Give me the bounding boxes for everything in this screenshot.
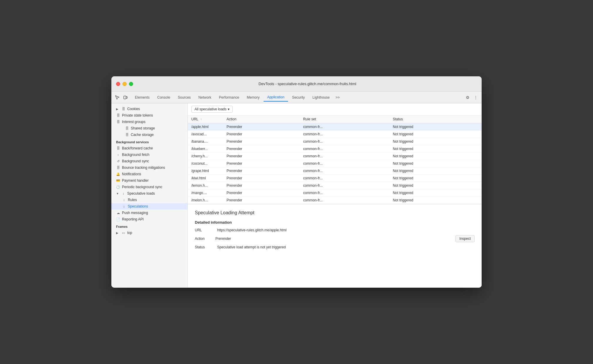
table-cell-action-10: Prerender bbox=[223, 197, 299, 204]
sidebar-item-label-interest-groups: Interest groups bbox=[122, 120, 145, 124]
table-cell-url-6: /grape.html bbox=[188, 167, 223, 175]
tab-network[interactable]: Network bbox=[195, 94, 215, 101]
table-cell-status-4: Not triggered bbox=[389, 153, 482, 160]
col-header-ruleset: Rule set bbox=[299, 115, 389, 123]
col-header-status: Status bbox=[389, 115, 482, 123]
detail-action-row: Action Prerender Inspect bbox=[195, 235, 475, 242]
settings-icon[interactable] bbox=[464, 94, 471, 101]
sidebar-item-speculative-loads[interactable]: ▼ ↕ Speculative loads bbox=[111, 190, 187, 197]
table-cell-url-0: /apple.html bbox=[188, 123, 223, 131]
devtools-body: ▶ 🗄 Cookies 🗄 Private state tokens 🗄 Int… bbox=[111, 103, 482, 288]
tab-performance[interactable]: Performance bbox=[215, 94, 243, 101]
table-row[interactable]: /kiwi.htmlPrerendercommon-fr...Not trigg… bbox=[188, 175, 482, 182]
table-row[interactable]: /apple.htmlPrerendercommon-fr...Not trig… bbox=[188, 123, 482, 131]
table-cell-url-7: /kiwi.html bbox=[188, 175, 223, 182]
traffic-lights bbox=[116, 82, 133, 86]
interest-groups-db-icon: 🗄 bbox=[116, 120, 120, 124]
sidebar-item-label-payment-handler: Payment handler bbox=[122, 178, 149, 183]
push-messaging-icon: ☁ bbox=[116, 211, 120, 215]
sidebar-item-notifications[interactable]: 🔔 Notifications bbox=[111, 171, 187, 177]
svg-rect-1 bbox=[126, 97, 127, 98]
tab-elements[interactable]: Elements bbox=[131, 94, 153, 101]
speculative-loads-table-container: URL ↑ Action Rule set Status bbox=[188, 115, 482, 204]
table-body: /apple.htmlPrerendercommon-fr...Not trig… bbox=[188, 123, 482, 204]
periodic-bg-sync-icon: 🕐 bbox=[116, 185, 120, 189]
detail-status-row: Status Speculative load attempt is not y… bbox=[195, 245, 475, 249]
table-cell-ruleset-7: common-fr... bbox=[299, 175, 389, 182]
devtools-window: DevTools - speculative-rules.glitch.me/c… bbox=[111, 76, 482, 288]
table-row[interactable]: /cherry.h...Prerendercommon-fr...Not tri… bbox=[188, 153, 482, 160]
sidebar-item-top-frame[interactable]: ▶ ▭ top bbox=[111, 230, 187, 236]
table-row[interactable]: /lemon.h...Prerendercommon-fr...Not trig… bbox=[188, 182, 482, 189]
speculative-loads-icon: ↕ bbox=[121, 191, 125, 196]
sidebar-item-back-forward-cache[interactable]: 🗄 Back/forward cache bbox=[111, 145, 187, 151]
filter-dropdown-label: All speculative loads bbox=[195, 107, 227, 111]
sidebar-item-cookies[interactable]: ▶ 🗄 Cookies bbox=[111, 106, 187, 112]
table-cell-ruleset-9: common-fr... bbox=[299, 189, 389, 197]
sidebar-item-rules[interactable]: ↕ Rules bbox=[111, 197, 187, 203]
tab-lighthouse[interactable]: Lighthouse bbox=[309, 94, 333, 101]
sidebar-item-reporting-api[interactable]: 📄 Reporting API bbox=[111, 216, 187, 223]
table-row[interactable]: /banana....Prerendercommon-fr...Not trig… bbox=[188, 138, 482, 145]
inspect-button[interactable]: Inspect bbox=[455, 235, 475, 242]
sidebar-item-label-private-state: Private state tokens bbox=[122, 113, 153, 117]
cache-storage-db-icon: 🗄 bbox=[125, 133, 129, 137]
table-cell-url-2: /banana.... bbox=[188, 138, 223, 145]
cookies-arrow-icon: ▶ bbox=[116, 107, 120, 111]
sidebar-item-label-background-fetch: Background fetch bbox=[122, 153, 149, 157]
sidebar-item-bounce-tracking[interactable]: 🗄 Bounce tracking mitigations bbox=[111, 164, 187, 171]
table-cell-status-8: Not triggered bbox=[389, 182, 482, 189]
table-cell-action-5: Prerender bbox=[223, 160, 299, 167]
table-cell-action-8: Prerender bbox=[223, 182, 299, 189]
table-cell-status-9: Not triggered bbox=[389, 189, 482, 197]
tab-list: Elements Console Sources Network Perform… bbox=[131, 93, 464, 102]
detail-section-title: Detailed information bbox=[195, 220, 475, 225]
sidebar-item-cache-storage[interactable]: ▶ 🗄 Cache storage bbox=[111, 132, 187, 138]
table-row[interactable]: /grape.htmlPrerendercommon-fr...Not trig… bbox=[188, 167, 482, 175]
devtools-tab-bar: Elements Console Sources Network Perform… bbox=[111, 92, 482, 103]
tab-console[interactable]: Console bbox=[154, 94, 174, 101]
sidebar-item-label-periodic-background-sync: Periodic background sync bbox=[122, 185, 162, 189]
sidebar-item-label-background-sync: Background sync bbox=[122, 159, 149, 163]
table-header-row: URL ↑ Action Rule set Status bbox=[188, 115, 482, 123]
speculative-loads-filter-dropdown[interactable]: All speculative loads ▾ bbox=[191, 106, 233, 113]
table-row[interactable]: /melon.h...Prerendercommon-fr...Not trig… bbox=[188, 197, 482, 204]
minimize-button[interactable] bbox=[123, 82, 127, 86]
device-toolbar-icon[interactable] bbox=[122, 94, 129, 101]
sidebar-item-label-rules: Rules bbox=[128, 198, 137, 202]
table-cell-status-1: Not triggered bbox=[389, 131, 482, 138]
table-row[interactable]: /avocad...Prerendercommon-fr...Not trigg… bbox=[188, 131, 482, 138]
tab-application[interactable]: Application bbox=[264, 93, 288, 102]
more-options-icon[interactable] bbox=[472, 94, 479, 101]
table-cell-action-6: Prerender bbox=[223, 167, 299, 175]
sidebar-item-push-messaging[interactable]: ☁ Push messaging bbox=[111, 210, 187, 216]
inspect-element-icon[interactable] bbox=[114, 94, 121, 101]
table-cell-url-1: /avocad... bbox=[188, 131, 223, 138]
tab-security[interactable]: Security bbox=[289, 94, 308, 101]
tab-sources[interactable]: Sources bbox=[174, 94, 194, 101]
sidebar-item-label-speculative-loads: Speculative loads bbox=[127, 191, 155, 196]
background-sync-icon: ↺ bbox=[116, 159, 120, 163]
sidebar-item-background-fetch[interactable]: ↕ Background fetch bbox=[111, 151, 187, 158]
table-row[interactable]: /blueberr...Prerendercommon-fr...Not tri… bbox=[188, 145, 482, 153]
sidebar-item-periodic-background-sync[interactable]: 🕐 Periodic background sync bbox=[111, 184, 187, 190]
sidebar-item-payment-handler[interactable]: 💳 Payment handler bbox=[111, 177, 187, 184]
speculative-loads-table: URL ↑ Action Rule set Status bbox=[188, 115, 482, 204]
more-tabs-button[interactable]: >> bbox=[334, 94, 341, 101]
table-cell-ruleset-8: common-fr... bbox=[299, 182, 389, 189]
sidebar-item-speculations[interactable]: ↕ Speculations bbox=[111, 203, 187, 210]
sidebar-item-shared-storage[interactable]: ▶ 🗄 Shared storage bbox=[111, 125, 187, 132]
sidebar-item-interest-groups[interactable]: 🗄 Interest groups bbox=[111, 119, 187, 125]
close-button[interactable] bbox=[116, 82, 120, 86]
rules-icon: ↕ bbox=[122, 198, 126, 202]
tab-memory[interactable]: Memory bbox=[243, 94, 263, 101]
sidebar-item-background-sync[interactable]: ↺ Background sync bbox=[111, 158, 187, 164]
sidebar-item-private-state-tokens[interactable]: 🗄 Private state tokens bbox=[111, 112, 187, 119]
table-row[interactable]: /coconut...Prerendercommon-fr...Not trig… bbox=[188, 160, 482, 167]
maximize-button[interactable] bbox=[129, 82, 133, 86]
sidebar-item-label-speculations: Speculations bbox=[128, 204, 148, 208]
sidebar-item-label-cookies: Cookies bbox=[127, 107, 140, 111]
bounce-tracking-icon: 🗄 bbox=[116, 166, 120, 170]
table-row[interactable]: /mango....Prerendercommon-fr...Not trigg… bbox=[188, 189, 482, 197]
background-services-label: Background services bbox=[111, 138, 187, 145]
